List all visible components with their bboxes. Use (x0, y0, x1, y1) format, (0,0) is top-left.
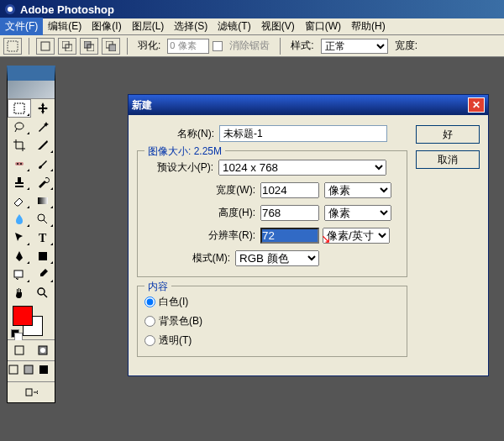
gradient-tool-icon[interactable] (31, 192, 55, 210)
separator (127, 38, 128, 55)
notes-tool-icon[interactable] (8, 265, 31, 284)
feather-input[interactable] (167, 39, 209, 54)
pen-tool-icon[interactable] (8, 247, 31, 265)
bgcolor-label: 背景色(B) (159, 314, 202, 328)
screen-full-icon[interactable] (38, 361, 53, 381)
slice-tool-icon[interactable] (31, 136, 55, 155)
svg-point-21 (38, 288, 45, 295)
screen-full-menu-icon[interactable] (23, 361, 38, 381)
svg-point-14 (20, 163, 22, 165)
dialog-titlebar: 新建 ✕ (129, 95, 488, 115)
resolution-label: 分辨率(R): (144, 228, 255, 243)
bgcolor-radio[interactable] (144, 316, 155, 327)
standard-mode-icon[interactable] (8, 340, 31, 360)
svg-rect-28 (26, 389, 32, 396)
svg-point-11 (15, 123, 24, 129)
arrow-annotation-icon: ↘ (321, 232, 331, 245)
menu-view[interactable]: 视图(V) (256, 18, 300, 35)
svg-point-17 (38, 214, 45, 221)
menu-edit[interactable]: 编辑(E) (43, 18, 87, 35)
zoom-tool-icon[interactable] (31, 284, 55, 302)
svg-rect-2 (8, 41, 18, 51)
default-colors-icon[interactable] (11, 329, 19, 338)
height-input[interactable] (260, 205, 319, 221)
menubar: 文件(F) 编辑(E) 图像(I) 图层(L) 选择(S) 滤镜(T) 视图(V… (0, 18, 504, 35)
svg-rect-3 (41, 42, 50, 50)
menu-select[interactable]: 选择(S) (169, 18, 213, 35)
history-brush-icon[interactable] (31, 173, 55, 192)
crop-tool-icon[interactable] (8, 136, 31, 155)
style-select[interactable]: 正常 (321, 39, 388, 54)
preset-select[interactable]: 1024 x 768 (218, 160, 386, 176)
jump-to-imageready-icon[interactable] (8, 382, 55, 402)
menu-layer[interactable]: 图层(L) (127, 18, 170, 35)
heal-tool-icon[interactable] (8, 155, 31, 173)
separator (280, 38, 281, 55)
quickmask-mode-icon[interactable] (31, 340, 55, 360)
marquee-preset-icon[interactable] (3, 38, 22, 55)
antialias-label: 消除锯齿 (229, 39, 270, 53)
svg-rect-26 (24, 365, 33, 374)
eyedropper-tool-icon[interactable] (31, 265, 55, 284)
marquee-tool-icon[interactable] (8, 99, 31, 118)
app-title: Adobe Photoshop (20, 3, 114, 16)
menu-help[interactable]: 帮助(H) (346, 18, 391, 35)
subtract-selection-icon[interactable] (80, 38, 98, 55)
dialog-title: 新建 (132, 98, 152, 113)
name-input[interactable] (219, 125, 387, 142)
mode-select[interactable]: RGB 颜色 (235, 250, 319, 266)
resolution-unit-select[interactable]: 像素/英寸 (323, 228, 390, 244)
menu-filter[interactable]: 滤镜(T) (213, 18, 255, 35)
svg-text:T: T (39, 232, 47, 244)
new-selection-icon[interactable] (36, 38, 55, 55)
new-dialog: 新建 ✕ 名称(N): 图像大小: 2.25M 预设大小(P): 1024 x … (128, 94, 489, 376)
image-size-legend: 图像大小: 2.25M (144, 144, 225, 159)
eraser-tool-icon[interactable] (8, 192, 31, 210)
svg-rect-25 (9, 365, 18, 374)
type-tool-icon[interactable]: T (31, 228, 55, 247)
stamp-tool-icon[interactable] (8, 173, 31, 192)
wand-tool-icon[interactable] (31, 118, 55, 136)
close-icon[interactable]: ✕ (468, 97, 485, 113)
menu-image[interactable]: 图像(I) (87, 18, 126, 35)
add-selection-icon[interactable] (58, 38, 76, 55)
fg-color-swatch[interactable] (13, 306, 33, 326)
white-radio[interactable] (144, 297, 155, 307)
ok-button[interactable]: 好 (416, 125, 480, 144)
svg-rect-16 (38, 197, 48, 204)
width-label: 宽度(W): (144, 183, 255, 197)
name-label: 名称(N): (137, 127, 214, 141)
dodge-tool-icon[interactable] (31, 210, 55, 228)
height-unit-select[interactable]: 像素 (324, 205, 391, 221)
cancel-button[interactable]: 取消 (416, 150, 480, 169)
separator (29, 38, 29, 55)
color-swatches (8, 302, 55, 339)
shape-tool-icon[interactable] (31, 247, 55, 265)
height-label: 高度(H): (144, 206, 255, 220)
move-tool-icon[interactable] (31, 99, 55, 118)
feather-label: 羽化: (138, 39, 160, 53)
width-label: 宽度: (395, 39, 417, 53)
blur-tool-icon[interactable] (8, 210, 31, 228)
width-unit-select[interactable]: 像素 (324, 182, 391, 198)
menu-file[interactable]: 文件(F) (0, 18, 43, 35)
content-group: 内容 白色(I) 背景色(B) 透明(T) (137, 286, 407, 357)
resolution-input[interactable] (260, 228, 319, 244)
width-input[interactable] (260, 182, 319, 198)
toolbox-header (8, 81, 55, 99)
screen-standard-icon[interactable] (8, 361, 23, 381)
path-select-icon[interactable] (8, 228, 31, 247)
hand-tool-icon[interactable] (8, 284, 31, 302)
toolbox: T (7, 66, 55, 403)
brush-tool-icon[interactable] (31, 155, 55, 173)
mode-label: 模式(M): (144, 251, 230, 265)
tool-grid: T (8, 99, 55, 302)
svg-rect-10 (14, 103, 24, 113)
svg-rect-12 (15, 162, 24, 165)
style-label: 样式: (291, 39, 313, 53)
menu-window[interactable]: 窗口(W) (300, 18, 346, 35)
transparent-radio[interactable] (144, 335, 155, 346)
svg-point-13 (17, 163, 18, 165)
lasso-tool-icon[interactable] (8, 118, 31, 136)
intersect-selection-icon[interactable] (102, 38, 120, 55)
